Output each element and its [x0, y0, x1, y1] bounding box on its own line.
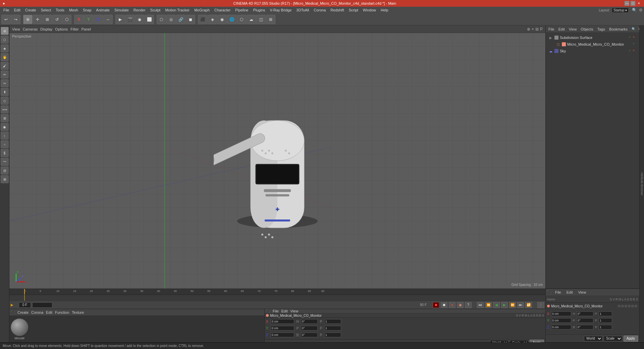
- mat-menu-texture[interactable]: Texture: [72, 310, 84, 314]
- y-axis-button[interactable]: Y: [84, 15, 93, 24]
- undo-button[interactable]: ↩: [1, 15, 11, 24]
- menu-tools[interactable]: Tools: [54, 7, 66, 13]
- auto-key-button[interactable]: ●: [449, 302, 455, 308]
- settings-icon[interactable]: ⚙: [639, 8, 643, 12]
- model-tool-button[interactable]: ⬡: [1, 36, 9, 44]
- loop-button[interactable]: 🔁: [525, 302, 532, 308]
- menu-redshift[interactable]: Redshift: [328, 7, 346, 13]
- menu-vray[interactable]: V-Ray Bridge: [268, 7, 294, 13]
- menu-help[interactable]: Help: [379, 7, 390, 13]
- obj-icon-v[interactable]: ⊡: [621, 304, 624, 308]
- object-mode-button[interactable]: ⬡: [157, 15, 166, 24]
- right-z-rot[interactable]: [577, 325, 593, 330]
- material-preview[interactable]: [11, 318, 28, 336]
- right-bottom-obj-row[interactable]: Micro_Medical_Micro_CO_Monitor ⊡ ⊡ ⊡ ⊡ ⊡…: [546, 303, 639, 309]
- rp-menu-objects[interactable]: Objects: [579, 27, 594, 31]
- right-y-scale[interactable]: [599, 318, 612, 323]
- record-button[interactable]: ⏺: [433, 302, 439, 308]
- menu-window[interactable]: Window: [361, 7, 378, 13]
- bridge-button[interactable]: ⟺: [1, 105, 9, 113]
- rp-menu-edit[interactable]: Edit: [557, 27, 566, 31]
- y-pos-input[interactable]: [271, 326, 294, 331]
- menu-sculpt[interactable]: Sculpt: [148, 7, 163, 13]
- obj-icon-m[interactable]: ⊡: [628, 304, 631, 308]
- mat-menu-edit[interactable]: Edit: [46, 310, 52, 314]
- close-button[interactable]: ✕: [637, 1, 641, 6]
- z-rot-input[interactable]: [301, 333, 318, 337]
- frame-current-input[interactable]: [32, 302, 52, 308]
- right-coord-system[interactable]: World Object: [584, 336, 602, 341]
- menu-script[interactable]: Script: [347, 7, 360, 13]
- timeline-ruler[interactable]: 0 5 10 15 20 25 30 35 40 45 50 55 60 65 …: [9, 289, 545, 295]
- coord-system-dropdown[interactable]: World Object Camera: [490, 340, 508, 342]
- knife-button[interactable]: ✂: [1, 79, 9, 87]
- x-rot-input[interactable]: [301, 319, 318, 324]
- poly-pen-button[interactable]: ✏: [1, 70, 9, 79]
- right-y-rot[interactable]: [577, 318, 593, 323]
- right-z-scale[interactable]: [599, 325, 612, 330]
- monitor-visible[interactable]: ✓: [633, 42, 637, 46]
- right-apply-button[interactable]: Apply: [624, 336, 638, 342]
- layout-dropdown[interactable]: Startup ▾: [612, 8, 629, 13]
- menu-3dtoall[interactable]: 3DToAll: [294, 7, 311, 13]
- paint-tool-button[interactable]: 🖌: [1, 62, 9, 70]
- y-scale-input[interactable]: [324, 326, 341, 331]
- redo-button[interactable]: ↪: [11, 15, 20, 24]
- menu-snap[interactable]: Snap: [81, 7, 94, 13]
- obj-icon-l[interactable]: ⊡: [631, 304, 634, 308]
- tree-item-monitor[interactable]: ⬡ Micro_Medical_Micro_CO_Monitor ✓: [547, 41, 638, 48]
- tree-item-sky[interactable]: ☁ Sky ✓ ✕: [547, 48, 638, 54]
- play-button[interactable]: ▶: [501, 302, 508, 308]
- material-item[interactable]: MicroM: [11, 318, 28, 340]
- poly-mode-button[interactable]: ◼: [186, 15, 195, 24]
- rp-bottom-edit[interactable]: Edit: [565, 290, 574, 294]
- mat-menu-function[interactable]: Function: [55, 310, 69, 314]
- rp-menu-tags[interactable]: Tags: [596, 27, 606, 31]
- texture-button[interactable]: ◉: [217, 15, 227, 24]
- viewport-menu-filter[interactable]: Filter: [70, 27, 78, 31]
- global-illum-button[interactable]: 🌐: [227, 15, 236, 24]
- z-pos-input[interactable]: [271, 333, 294, 337]
- menu-simulate[interactable]: Simulate: [112, 7, 131, 13]
- rp-menu-view[interactable]: View: [568, 27, 578, 31]
- viewport-menu-view[interactable]: View: [12, 27, 20, 31]
- right-x-pos[interactable]: [551, 311, 571, 316]
- menu-corona[interactable]: Corona: [312, 7, 328, 13]
- go-end-button[interactable]: ⏭: [517, 302, 524, 308]
- stitch-button[interactable]: ⊞: [1, 114, 9, 122]
- mat-menu-create[interactable]: Create: [17, 310, 29, 314]
- magnet-button[interactable]: $: [1, 149, 9, 157]
- bg-button[interactable]: ◫: [256, 15, 266, 24]
- sky-visible[interactable]: ✓: [629, 49, 633, 53]
- grid-button[interactable]: ⊞: [266, 15, 275, 24]
- attr-menu-view[interactable]: View: [290, 309, 299, 313]
- render-settings-button[interactable]: ⬜: [145, 15, 154, 24]
- rp-bottom-view[interactable]: View: [577, 290, 588, 294]
- smooth-button[interactable]: 〜: [1, 158, 9, 166]
- y-rot-input[interactable]: [301, 326, 318, 331]
- scale-dropdown[interactable]: Scale Size: [510, 340, 528, 342]
- live-select-button[interactable]: ⊕: [23, 15, 33, 24]
- timeline-playhead[interactable]: [24, 289, 25, 295]
- obj-icon-s[interactable]: ⊡: [618, 304, 621, 308]
- menu-select[interactable]: Select: [39, 7, 53, 13]
- menu-motion-tracker[interactable]: Motion Tracker: [163, 7, 192, 13]
- menu-plugins[interactable]: Plugins: [251, 7, 267, 13]
- menu-render[interactable]: Render: [131, 7, 148, 13]
- attr-menu-file[interactable]: File: [273, 309, 279, 313]
- render-active-button[interactable]: 🎬: [125, 15, 135, 24]
- viewport-persp-icon[interactable]: P: [540, 27, 543, 32]
- bevel-button[interactable]: ◇: [1, 97, 9, 105]
- x-axis-button[interactable]: X: [74, 15, 84, 24]
- right-edge-panel[interactable]: Attribute Browser: [639, 26, 644, 342]
- viewport-menu-panel[interactable]: Panel: [82, 27, 91, 31]
- timeline-content[interactable]: [9, 295, 545, 301]
- menu-create[interactable]: Create: [23, 7, 38, 13]
- move-button[interactable]: ✛: [33, 15, 42, 24]
- x-scale-input[interactable]: [324, 319, 341, 324]
- minimize-button[interactable]: —: [625, 1, 629, 6]
- obj-icon-r[interactable]: ⊡: [625, 304, 627, 308]
- world-axis-button[interactable]: ↔: [103, 15, 113, 24]
- right-y-pos[interactable]: [551, 318, 571, 323]
- scale-button[interactable]: ⊞: [43, 15, 52, 24]
